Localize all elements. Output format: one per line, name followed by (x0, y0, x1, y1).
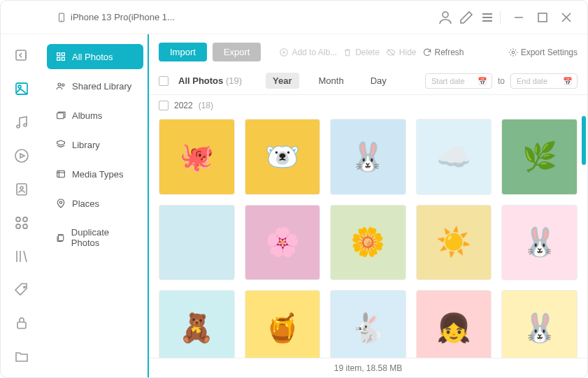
status-bar: 19 item, 18.58 MB (149, 358, 587, 377)
sidebar-item-media-types[interactable]: Media Types (47, 161, 143, 187)
svg-point-18 (16, 217, 20, 221)
photo-thumbnail[interactable]: 🍯 (245, 290, 321, 358)
photo-thumbnail[interactable]: 🐙 (159, 119, 235, 195)
apps-icon[interactable] (13, 215, 30, 231)
segment-year[interactable]: Year (266, 73, 299, 89)
svg-point-15 (15, 150, 28, 162)
year-group-header: 2022(18) (149, 95, 587, 116)
sidebar-item-label: Albums (72, 110, 102, 121)
sidebar-item-library[interactable]: Library (47, 132, 143, 157)
to-label: to (498, 76, 505, 86)
edit-icon[interactable] (458, 9, 475, 26)
sidebar-item-albums[interactable]: Albums (47, 103, 143, 128)
import-button[interactable]: Import (159, 43, 207, 61)
svg-point-38 (512, 51, 515, 54)
refresh-icon (422, 48, 432, 57)
videos-icon[interactable] (13, 147, 30, 164)
trash-icon (343, 48, 352, 57)
delete-button[interactable]: Delete (343, 48, 380, 57)
refresh-button[interactable]: Refresh (422, 48, 464, 57)
photos-icon[interactable] (13, 80, 30, 97)
select-all-checkbox[interactable] (159, 76, 168, 86)
group-year: 2022 (174, 101, 193, 110)
grid-icon (55, 51, 66, 62)
photo-thumbnail[interactable]: 🐰 (501, 205, 578, 281)
user-icon[interactable] (437, 9, 454, 26)
svg-point-21 (23, 224, 27, 228)
start-date-input[interactable]: Start date📅 (425, 73, 492, 89)
books-icon[interactable] (13, 248, 30, 265)
svg-rect-33 (58, 235, 63, 240)
segment-month[interactable]: Month (312, 73, 351, 89)
status-text: 19 item, 18.58 MB (334, 363, 402, 373)
nav-rail (1, 34, 43, 377)
photo-thumbnail[interactable]: 🐇 (330, 290, 406, 358)
places-icon (55, 198, 66, 209)
minimize-button[interactable] (509, 9, 529, 26)
svg-point-17 (20, 187, 23, 189)
svg-rect-26 (57, 57, 60, 60)
sidebar-item-duplicate-photos[interactable]: Duplicate Photos (47, 220, 143, 255)
sidebar-item-label: Media Types (72, 169, 123, 180)
sidebar-item-label: Duplicate Photos (71, 227, 135, 248)
files-icon[interactable] (13, 349, 30, 365)
sidebar-item-all-photos[interactable]: All Photos (47, 44, 143, 69)
sidebar-item-label: Library (72, 140, 100, 150)
svg-point-19 (23, 217, 27, 221)
photo-thumbnail[interactable]: 👧 (416, 290, 492, 358)
library-icon (55, 139, 66, 150)
svg-point-2 (443, 12, 448, 17)
maximize-button[interactable] (533, 9, 552, 26)
photo-thumbnail[interactable]: 🧸 (159, 290, 235, 358)
main-panel: Import Export Add to Alb... Delete Hide … (148, 34, 587, 377)
all-photos-label: All Photos (19) (178, 75, 242, 86)
photo-thumbnail[interactable]: 🌼 (330, 205, 406, 281)
svg-rect-23 (17, 322, 26, 328)
scrollbar[interactable] (582, 116, 586, 165)
photo-thumbnail[interactable]: 🐰 (330, 119, 406, 195)
add-to-album-button[interactable]: Add to Alb... (279, 48, 337, 57)
photo-thumbnail[interactable]: 🌸 (245, 205, 321, 281)
contacts-icon[interactable] (13, 181, 30, 198)
calendar-icon: 📅 (563, 76, 573, 85)
svg-point-28 (58, 83, 61, 86)
svg-rect-10 (16, 50, 26, 60)
back-icon[interactable] (13, 47, 30, 64)
hide-button[interactable]: Hide (385, 48, 417, 57)
svg-point-32 (59, 201, 62, 203)
close-button[interactable] (557, 9, 576, 26)
photo-thumbnail[interactable]: ☀️ (416, 205, 492, 281)
photo-thumbnail[interactable]: 🐻‍❄️ (245, 119, 321, 195)
security-icon[interactable] (13, 315, 30, 332)
sidebar-item-shared-library[interactable]: Shared Library (47, 73, 143, 99)
sidebar-item-label: Shared Library (72, 81, 131, 92)
photo-thumbnail[interactable] (159, 205, 235, 281)
group-checkbox[interactable] (159, 101, 168, 110)
end-date-input[interactable]: End date📅 (510, 73, 578, 89)
photo-thumbnail[interactable]: 🌿 (501, 119, 578, 195)
device-name: iPhone 13 Pro(iPhone 1... (71, 12, 175, 22)
tags-icon[interactable] (13, 282, 30, 298)
sidebar: All Photos Shared Library Albums Library… (43, 34, 148, 377)
group-count: (18) (199, 101, 213, 110)
music-icon[interactable] (13, 114, 30, 131)
export-settings-button[interactable]: Export Settings (508, 48, 578, 57)
photo-grid: 🐙🐻‍❄️🐰☁️🌿🌸🌼☀️🐰🧸🍯🐇👧🐰 (149, 116, 587, 358)
plus-circle-icon (279, 48, 289, 57)
svg-rect-7 (538, 13, 547, 22)
duplicates-icon (55, 232, 66, 243)
albums-icon (55, 110, 66, 121)
device-label[interactable]: iPhone 13 Pro(iPhone 1... (57, 11, 175, 24)
svg-rect-31 (57, 170, 65, 177)
photo-thumbnail[interactable]: ☁️ (416, 119, 492, 195)
segment-day[interactable]: Day (364, 73, 394, 89)
svg-rect-30 (57, 113, 64, 119)
sidebar-item-places[interactable]: Places (47, 191, 143, 216)
sidebar-item-label: Places (72, 198, 99, 209)
menu-icon[interactable] (479, 9, 496, 26)
svg-rect-27 (62, 57, 64, 60)
shared-icon (55, 80, 66, 92)
export-button[interactable]: Export (213, 43, 261, 61)
photo-thumbnail[interactable]: 🐰 (501, 290, 578, 358)
media-types-icon (55, 168, 66, 180)
